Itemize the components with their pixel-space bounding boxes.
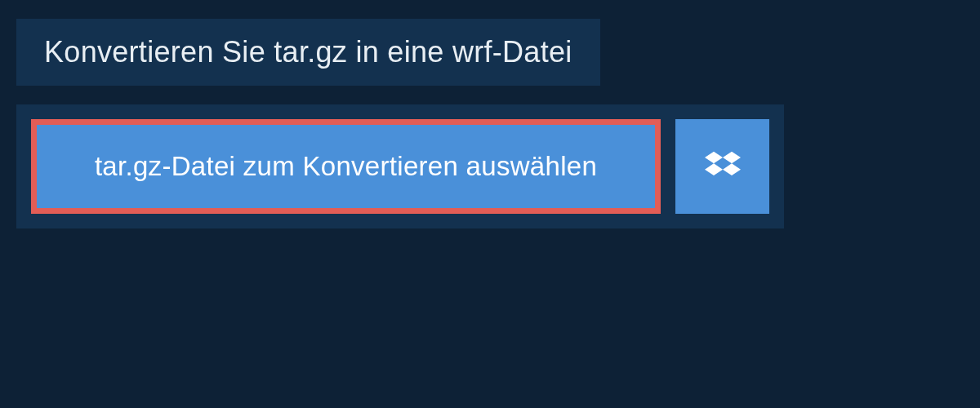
select-file-button[interactable]: tar.gz-Datei zum Konvertieren auswählen: [31, 119, 661, 214]
header-tab: Konvertieren Sie tar.gz in eine wrf-Date…: [16, 19, 600, 86]
dropbox-icon: [705, 149, 741, 184]
upload-panel: tar.gz-Datei zum Konvertieren auswählen: [16, 104, 784, 228]
page-title: Konvertieren Sie tar.gz in eine wrf-Date…: [44, 35, 572, 69]
select-file-label: tar.gz-Datei zum Konvertieren auswählen: [95, 151, 597, 182]
dropbox-button[interactable]: [675, 119, 769, 214]
